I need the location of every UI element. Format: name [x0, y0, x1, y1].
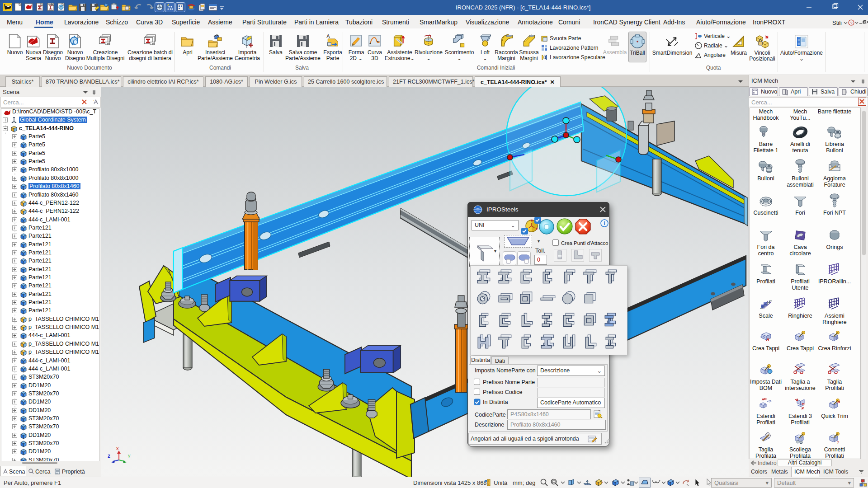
svg-text:?: ? [837, 440, 839, 445]
svg-text:A: A [326, 33, 330, 39]
svg-text:z: z [108, 453, 110, 459]
svg-text:?: ? [850, 21, 852, 25]
svg-text:x: x [116, 446, 119, 451]
svg-text:y: y [128, 453, 131, 458]
svg-text:i: i [604, 221, 605, 226]
svg-text:i: i [769, 370, 770, 374]
